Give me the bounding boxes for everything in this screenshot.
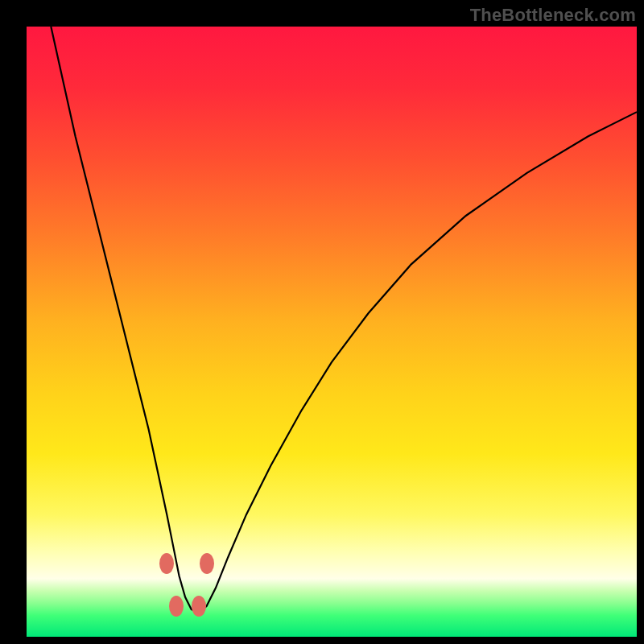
chart-canvas: TheBottleneck.com bbox=[0, 0, 644, 644]
curve-layer bbox=[27, 27, 637, 637]
curve-marker bbox=[200, 553, 214, 574]
watermark-text: TheBottleneck.com bbox=[470, 5, 636, 26]
plot-area bbox=[27, 27, 637, 637]
bottleneck-curve bbox=[51, 27, 637, 613]
curve-marker bbox=[159, 553, 174, 574]
curve-marker bbox=[169, 596, 184, 617]
curve-marker bbox=[192, 596, 206, 617]
